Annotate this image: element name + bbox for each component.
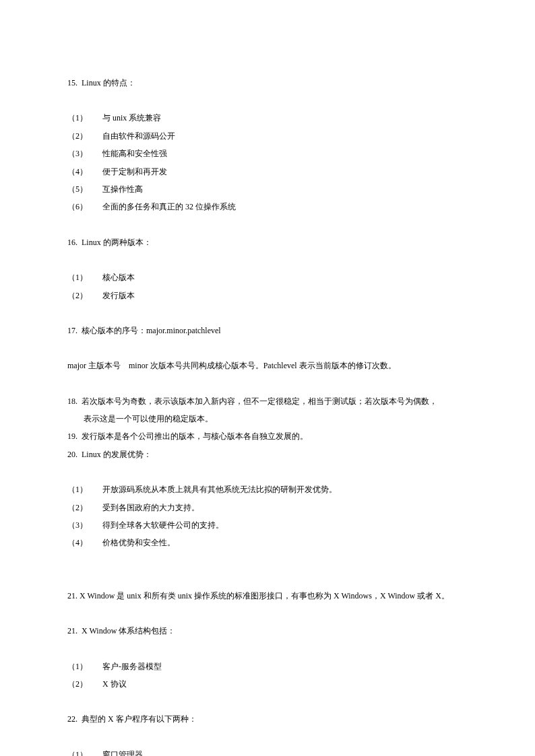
item-number: （3） — [67, 516, 102, 534]
item-text: 自由软件和源码公开 — [102, 127, 175, 145]
list-item: （6）全面的多任务和真正的 32 位操作系统 — [67, 198, 468, 215]
item-number: （1） — [67, 658, 102, 675]
item-text: 核心版本 — [102, 269, 135, 286]
list-item: （2）受到各国政府的大力支持。 — [67, 499, 468, 516]
section-20-title: 20. Linux 的发展优势： — [67, 446, 468, 463]
blank-line — [67, 693, 468, 710]
item-number: （2） — [67, 499, 102, 516]
item-text: 价格优势和安全性。 — [102, 534, 175, 551]
item-number: （4） — [67, 163, 102, 180]
list-item: （4）便于定制和再开发 — [67, 163, 468, 180]
list-item: （1）开放源码系统从本质上就具有其他系统无法比拟的研制开发优势。 — [67, 481, 468, 498]
section-16-title: 16. Linux 的两种版本： — [67, 234, 468, 251]
item-number: （2） — [67, 127, 102, 145]
blank-line — [67, 640, 468, 658]
document-page: 15. Linux 的特点： （1）与 unix 系统兼容 （2）自由软件和源码… — [0, 0, 535, 756]
list-item: （3）性能高和安全性强 — [67, 145, 468, 162]
section-21b-title: 21. X Window 体系结构包括： — [67, 622, 468, 640]
section-22-list: （1）窗口管理器 （2）桌面系统 — [67, 746, 468, 756]
list-item: （1）客户-服务器模型 — [67, 658, 468, 675]
list-item: （3）得到全球各大软硬件公司的支持。 — [67, 516, 468, 534]
section-16-list: （1）核心版本 （2）发行版本 — [67, 269, 468, 304]
section-17-desc: major 主版本号 minor 次版本号共同构成核心版本号。Patchleve… — [67, 357, 468, 374]
section-17-title: 17. 核心版本的序号：major.minor.patchlevel — [67, 322, 468, 339]
blank-line — [67, 251, 468, 269]
item-text: 互操作性高 — [102, 180, 143, 198]
item-number: （4） — [67, 534, 102, 551]
section-18-line1: 18. 若次版本号为奇数，表示该版本加入新内容，但不一定很稳定，相当于测试版；若… — [67, 392, 468, 410]
list-item: （1）窗口管理器 — [67, 746, 468, 756]
item-text: 全面的多任务和真正的 32 位操作系统 — [102, 198, 236, 215]
section-20-list: （1）开放源码系统从本质上就具有其他系统无法比拟的研制开发优势。 （2）受到各国… — [67, 481, 468, 552]
item-number: （5） — [67, 180, 102, 198]
blank-line — [67, 304, 468, 322]
item-number: （1） — [67, 269, 102, 286]
item-number: （2） — [67, 287, 102, 304]
item-text: 客户-服务器模型 — [102, 658, 162, 675]
blank-line — [67, 375, 468, 392]
section-19: 19. 发行版本是各个公司推出的版本，与核心版本各自独立发展的。 — [67, 427, 468, 445]
item-text: 窗口管理器 — [102, 746, 143, 756]
item-text: 开放源码系统从本质上就具有其他系统无法比拟的研制开发优势。 — [102, 481, 337, 498]
item-number: （1） — [67, 109, 102, 127]
list-item: （1）与 unix 系统兼容 — [67, 109, 468, 127]
section-22-title: 22. 典型的 X 客户程序有以下两种： — [67, 710, 468, 728]
list-item: （4）价格优势和安全性。 — [67, 534, 468, 551]
blank-line — [67, 92, 468, 109]
blank-line — [67, 216, 468, 234]
item-number: （3） — [67, 145, 102, 162]
blank-line — [67, 728, 468, 746]
section-21a: 21. X Window 是 unix 和所有类 unix 操作系统的标准图形接… — [67, 587, 468, 605]
item-text: 与 unix 系统兼容 — [102, 109, 161, 127]
item-text: X 协议 — [102, 675, 127, 693]
blank-line — [67, 463, 468, 481]
item-number: （1） — [67, 746, 102, 756]
section-15-title: 15. Linux 的特点： — [67, 74, 468, 92]
item-number: （1） — [67, 481, 102, 498]
section-21b-list: （1）客户-服务器模型 （2）X 协议 — [67, 658, 468, 693]
item-text: 发行版本 — [102, 287, 135, 304]
list-item: （1）核心版本 — [67, 269, 468, 286]
item-number: （6） — [67, 198, 102, 215]
list-item: （2）自由软件和源码公开 — [67, 127, 468, 145]
blank-line — [67, 570, 468, 587]
list-item: （2）发行版本 — [67, 287, 468, 304]
section-15-list: （1）与 unix 系统兼容 （2）自由软件和源码公开 （3）性能高和安全性强 … — [67, 109, 468, 215]
list-item: （5）互操作性高 — [67, 180, 468, 198]
blank-line — [67, 339, 468, 357]
blank-line — [67, 605, 468, 622]
item-text: 便于定制和再开发 — [102, 163, 167, 180]
item-text: 受到各国政府的大力支持。 — [102, 499, 199, 516]
section-18-line2: 表示这是一个可以使用的稳定版本。 — [67, 410, 468, 427]
item-text: 性能高和安全性强 — [102, 145, 167, 162]
item-number: （2） — [67, 675, 102, 693]
blank-line — [67, 552, 468, 570]
list-item: （2）X 协议 — [67, 675, 468, 693]
item-text: 得到全球各大软硬件公司的支持。 — [102, 516, 224, 534]
